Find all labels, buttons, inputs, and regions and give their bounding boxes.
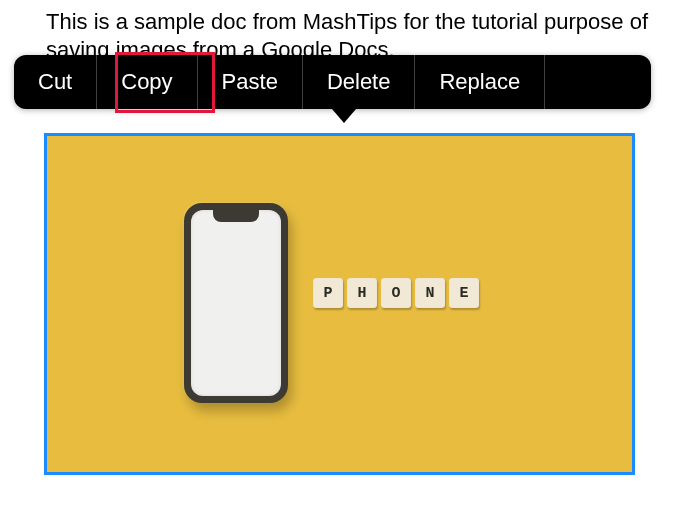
tile-letter: H: [347, 278, 377, 308]
tile-letter: P: [313, 278, 343, 308]
tile-letter: N: [415, 278, 445, 308]
context-menu: Cut Copy Paste Delete Replace: [14, 55, 651, 109]
phone-notch: [213, 210, 259, 222]
context-menu-pointer-icon: [332, 109, 356, 123]
selected-image[interactable]: P H O N E: [44, 133, 635, 475]
phone-screen: [191, 210, 281, 396]
tile-letter: E: [449, 278, 479, 308]
more-actions-button[interactable]: [545, 55, 593, 109]
tile-letter: O: [381, 278, 411, 308]
image-content: P H O N E: [47, 136, 632, 472]
delete-button[interactable]: Delete: [303, 55, 416, 109]
phone-illustration: [184, 203, 288, 403]
cut-button[interactable]: Cut: [14, 55, 97, 109]
paste-button[interactable]: Paste: [198, 55, 303, 109]
copy-button[interactable]: Copy: [97, 55, 197, 109]
replace-button[interactable]: Replace: [415, 55, 545, 109]
letter-tiles: P H O N E: [313, 278, 479, 308]
